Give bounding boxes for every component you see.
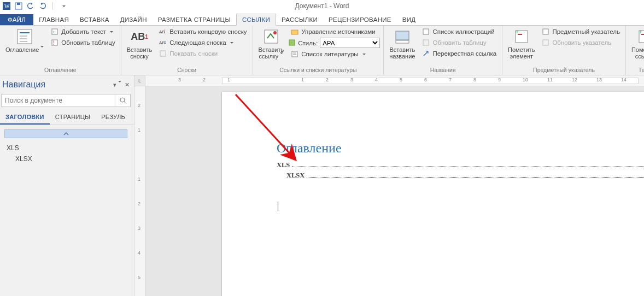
nav-options-icon[interactable]: ▾	[112, 80, 122, 90]
tab-mailings[interactable]: РАССЫЛКИ	[276, 14, 323, 25]
nav-title: Навигация	[2, 80, 45, 90]
update-toc-button[interactable]: ! Обновить таблицу	[48, 38, 117, 48]
crossref-label: Перекрестная ссылка	[432, 50, 496, 57]
insert-index-button[interactable]: Предметный указатель	[539, 27, 622, 37]
insert-citation-button[interactable]: Вставить ссылку	[256, 27, 286, 61]
insert-index-icon	[541, 27, 550, 36]
svg-rect-31	[543, 29, 548, 34]
toc-entry[interactable]: XLSX 3	[277, 171, 644, 180]
next-footnote-button[interactable]: AB Следующая сноска	[156, 38, 249, 48]
add-text-button[interactable]: + Добавить текст	[48, 27, 117, 37]
show-footnotes-icon	[159, 49, 167, 58]
vruler-mark: 2	[138, 103, 140, 108]
toc-entry[interactable]: XLS 2	[277, 161, 644, 169]
manage-sources-button[interactable]: Управление источниками	[288, 27, 380, 37]
svg-point-36	[120, 98, 125, 102]
hruler-mark: 1	[301, 77, 304, 82]
vruler-mark: 4	[138, 250, 140, 256]
qat-customize-icon[interactable]	[58, 2, 67, 10]
table-of-figures-button[interactable]: Список иллюстраций	[419, 27, 499, 37]
svg-text:AB: AB	[159, 40, 165, 45]
group-footnotes: AB1 Вставить сноску ABi Вставить концеву…	[121, 26, 253, 75]
caption-icon	[394, 28, 411, 45]
tab-view[interactable]: ВИД	[397, 14, 421, 25]
update-index-button[interactable]: Обновить указатель	[539, 38, 622, 48]
update-tof-button[interactable]: Обновить таблицу	[419, 38, 499, 48]
horizontal-ruler[interactable]: 3 2 1 1 2 3 4 5 6 7 8 9 10 11 12 13 14 1…	[145, 75, 644, 86]
document-page[interactable]: Оглавление XLS 2 XLSX 3	[222, 92, 644, 296]
nav-collapse-bar[interactable]	[4, 129, 127, 138]
insert-footnote-button[interactable]: AB1 Вставить сноску	[125, 27, 155, 61]
insert-endnote-label: Вставить концевую сноску	[169, 28, 247, 35]
search-icon[interactable]	[115, 94, 130, 106]
word-icon: W	[2, 2, 11, 10]
tab-insert[interactable]: ВСТАВКА	[74, 14, 115, 25]
hruler-mark: 3	[350, 77, 353, 82]
svg-rect-21	[292, 51, 297, 57]
navigation-pane: Навигация ▾ ✕ ЗАГОЛОВКИ СТРАНИЦЫ РЕЗУЛЬ …	[0, 75, 134, 296]
update-index-label: Обновить указатель	[552, 39, 611, 46]
hruler-mark: 12	[572, 77, 577, 82]
hruler-mark: 13	[596, 77, 602, 82]
mark-citation-button[interactable]: + Пометить ссылку	[629, 27, 644, 61]
tab-references[interactable]: ССЫЛКИ	[236, 14, 276, 26]
svg-rect-24	[396, 31, 409, 40]
svg-rect-25	[396, 40, 409, 43]
window-title: Документ1 - Word	[295, 2, 349, 10]
nav-close-icon[interactable]: ✕	[125, 81, 130, 88]
nav-search-input[interactable]	[2, 95, 115, 106]
cross-reference-button[interactable]: Перекрестная ссылка	[419, 49, 499, 58]
update-tof-icon	[421, 38, 430, 47]
editor-area: L 2 1 1 2 3 4 5 3 2 1 1 2 3 4 5 6 7 8 9	[134, 75, 644, 296]
ribbon-tabs: ФАЙЛ ГЛАВНАЯ ВСТАВКА ДИЗАЙН РАЗМЕТКА СТР…	[0, 12, 644, 25]
mark-entry-icon: +	[513, 28, 530, 45]
hruler-mark: 5	[400, 77, 402, 82]
insert-endnote-button[interactable]: ABi Вставить концевую сноску	[156, 27, 249, 37]
style-icon	[288, 39, 296, 48]
svg-rect-3	[17, 3, 20, 5]
toc-button[interactable]: Оглавление	[3, 27, 46, 54]
save-icon[interactable]	[14, 2, 23, 10]
group-index-label: Предметный указатель	[506, 67, 622, 74]
show-footnotes-button[interactable]: Показать сноски	[156, 49, 249, 58]
mark-citation-icon: +	[636, 28, 644, 45]
tab-layout[interactable]: РАЗМЕТКА СТРАНИЦЫ	[153, 14, 236, 25]
redo-icon[interactable]	[38, 2, 47, 10]
toc-title: Оглавление	[277, 141, 644, 156]
group-captions-label: Названия	[387, 67, 499, 74]
tab-home[interactable]: ГЛАВНАЯ	[33, 14, 74, 25]
next-footnote-icon: AB	[159, 38, 167, 47]
bibliography-icon	[290, 50, 299, 58]
endnote-icon: ABi	[159, 27, 167, 36]
nav-tab-results[interactable]: РЕЗУЛЬ	[96, 110, 131, 125]
nav-item-xls[interactable]: XLS	[2, 143, 132, 153]
tab-design[interactable]: ДИЗАЙН	[115, 14, 153, 25]
nav-tabs: ЗАГОЛОВКИ СТРАНИЦЫ РЕЗУЛЬ	[0, 110, 134, 125]
vertical-ruler[interactable]: L 2 1 1 2 3 4 5	[134, 75, 145, 296]
crossref-icon	[421, 49, 430, 58]
citation-style-select[interactable]: APA	[320, 38, 380, 48]
svg-text:+: +	[516, 29, 519, 35]
citation-style-row: Стиль: APA	[288, 38, 380, 48]
svg-point-18	[273, 31, 277, 34]
insert-caption-button[interactable]: Вставить название	[387, 27, 417, 61]
hruler-mark: 1	[227, 77, 230, 82]
qat-separator	[52, 2, 53, 10]
hruler-mark: 6	[424, 77, 427, 82]
bibliography-button[interactable]: Список литературы	[288, 49, 380, 59]
nav-tab-headings[interactable]: ЗАГОЛОВКИ	[0, 110, 50, 125]
svg-text:W: W	[4, 3, 10, 9]
group-toa: + Пометить ссылку Табл	[626, 26, 644, 75]
update-tof-label: Обновить таблицу	[432, 39, 486, 46]
nav-item-xlsx[interactable]: XLSX	[2, 153, 132, 164]
tab-file[interactable]: ФАЙЛ	[0, 14, 33, 25]
group-citations: Вставить ссылку Управление источниками С…	[253, 26, 384, 75]
mark-entry-button[interactable]: + Пометить элемент	[506, 27, 537, 61]
toc-icon	[16, 28, 33, 45]
update-toc-icon: !	[50, 38, 59, 47]
vruler-mark: 5	[138, 275, 140, 280]
undo-icon[interactable]	[26, 2, 35, 10]
tab-review[interactable]: РЕЦЕНЗИРОВАНИЕ	[323, 14, 397, 25]
svg-line-37	[124, 102, 126, 104]
nav-tab-pages[interactable]: СТРАНИЦЫ	[50, 110, 96, 125]
